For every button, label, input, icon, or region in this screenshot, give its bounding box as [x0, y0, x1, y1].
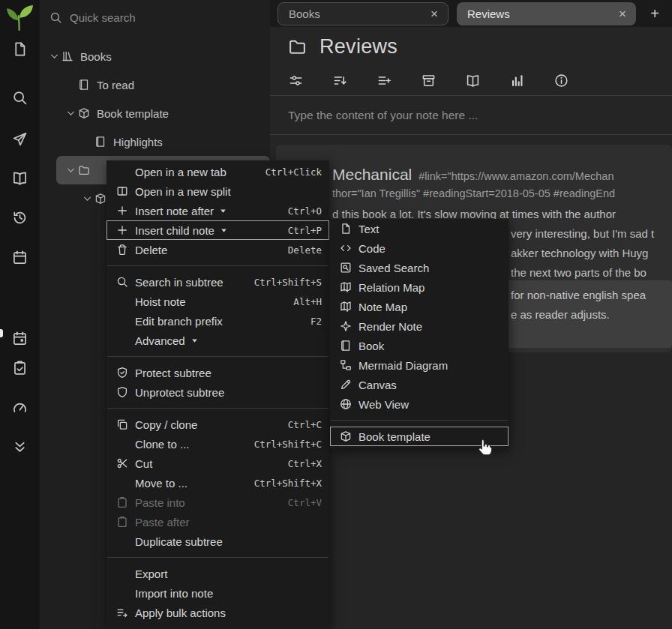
library-icon [62, 50, 74, 62]
sort-down-icon [333, 73, 347, 88]
ribbon-toolbar [270, 66, 672, 96]
context-menu-item-clone-to[interactable]: Clone to ...Ctrl+Shift+C [106, 434, 329, 454]
chevron-down-icon[interactable] [80, 193, 94, 204]
context-menu-item-advanced[interactable]: Advanced [106, 331, 329, 350]
launcher-search-notes-button[interactable] [0, 78, 40, 117]
search-icon [12, 90, 28, 106]
plus-icon [116, 224, 128, 236]
type-menu-item-book-template[interactable]: Book template [330, 427, 508, 446]
launcher-calendar-button[interactable] [0, 238, 40, 277]
book-card-title[interactable]: Mechanical [332, 166, 412, 184]
menu-item-shortcut: Ctrl+Click [266, 166, 322, 178]
menu-item-label: Note Map [358, 301, 407, 313]
quick-search-placeholder: Quick search [70, 11, 136, 24]
type-menu-item-render-note[interactable]: Render Note [330, 316, 508, 336]
context-menu-item-unprotect-subtree[interactable]: Unprotect subtree [106, 382, 329, 402]
calendar-icon [12, 250, 28, 265]
type-menu-item-relation-map[interactable]: Relation Map [330, 277, 508, 297]
launcher-open-book-button[interactable] [0, 158, 40, 197]
context-menu-item-cut[interactable]: CutCtrl+X [106, 454, 329, 473]
ribbon-sliders-button[interactable] [282, 70, 309, 92]
context-menu-item-open-in-a-new-tab[interactable]: Open in a new tabCtrl+Click [106, 162, 329, 181]
new-tab-button[interactable]: + [645, 2, 664, 25]
context-menu-item-search-in-subtree[interactable]: Search in subtreeCtrl+Shift+S [106, 272, 329, 292]
tree-context-menu: Open in a new tabCtrl+ClickOpen in a new… [106, 160, 329, 629]
menu-item-label: Render Note [358, 320, 422, 333]
context-menu-item-import-into-note[interactable]: Import into note [106, 583, 329, 603]
context-menu-item-paste-into[interactable]: Paste intoCtrl+V [106, 493, 329, 512]
chevron-down-icon[interactable] [46, 51, 62, 61]
context-menu-item-copy-clone[interactable]: Copy / cloneCtrl+C [106, 415, 329, 434]
menu-item-label: Duplicate subtree [135, 535, 223, 548]
launcher-bar [0, 0, 40, 629]
context-menu-item-apply-bulk-actions[interactable]: Apply bulk actions [106, 603, 329, 622]
menu-item-label: Open in a new split [135, 185, 231, 198]
package-icon [94, 193, 106, 205]
context-menu-item-protect-subtree[interactable]: Protect subtree [106, 363, 329, 382]
tree-item-book-template[interactable]: Book template [40, 99, 270, 127]
menu-icon-spacer [116, 568, 128, 580]
ribbon-open-book-button[interactable] [459, 70, 486, 92]
saved-search-icon [340, 262, 352, 274]
context-menu-separator [107, 557, 328, 558]
chevron-down-icon [82, 194, 92, 204]
context-menu-item-paste-after[interactable]: Paste after [106, 512, 329, 532]
open-book-icon [466, 73, 480, 88]
menu-item-label: Insert note after [135, 205, 214, 217]
context-menu-item-insert-note-after[interactable]: Insert note afterCtrl+O [106, 201, 329, 220]
tree-item-label: To read [97, 79, 134, 91]
type-menu-item-note-map[interactable]: Note Map [330, 297, 508, 316]
launcher-collapse-tree-button[interactable] [0, 427, 40, 466]
context-menu-item-export[interactable]: Export [106, 564, 329, 583]
type-menu-item-code[interactable]: Code [330, 238, 508, 258]
type-menu-item-mermaid-diagram[interactable]: Mermaid Diagram [330, 355, 508, 375]
context-menu-item-move-to[interactable]: Move to ...Ctrl+Shift+X [106, 473, 329, 493]
chevron-spacer [63, 79, 78, 90]
note-title[interactable]: Reviews [320, 35, 398, 58]
chevron-down-icon[interactable] [63, 165, 78, 175]
code-icon [340, 242, 352, 254]
ribbon-info-button[interactable] [548, 70, 574, 92]
history-icon [12, 210, 28, 226]
launcher-jump-to-note-button[interactable] [0, 119, 40, 158]
ribbon-sort-down-button[interactable] [326, 70, 353, 92]
tab-reviews[interactable]: Reviews× [457, 2, 636, 25]
context-menu-item-duplicate-subtree[interactable]: Duplicate subtree [106, 532, 329, 551]
context-menu-item-insert-child-note[interactable]: Insert child noteCtrl+P [106, 220, 329, 240]
menu-item-label: Canvas [358, 379, 397, 391]
plus-icon [116, 205, 128, 217]
quick-search[interactable]: Quick search [40, 0, 270, 34]
tree-item-books[interactable]: Books [40, 42, 270, 70]
launcher-dashboard-button[interactable] [0, 388, 40, 427]
type-menu-item-text[interactable]: Text [330, 219, 508, 238]
tree-item-to-read[interactable]: To read [40, 70, 270, 99]
type-menu-item-saved-search[interactable]: Saved Search [330, 258, 508, 277]
menu-item-shortcut: Ctrl+Shift+C [254, 439, 322, 450]
type-menu-item-web-view[interactable]: Web View [330, 394, 508, 414]
ribbon-archive-button[interactable] [415, 70, 442, 92]
chevron-down-icon[interactable] [63, 108, 78, 118]
ribbon-list-plus-button[interactable] [370, 70, 398, 92]
menu-item-label: Clone to ... [135, 438, 190, 451]
type-menu-item-book[interactable]: Book [330, 336, 508, 355]
close-icon[interactable]: × [615, 7, 630, 22]
note-content-editor[interactable]: Type the content of your note here ... [270, 96, 672, 135]
tab-books[interactable]: Books× [278, 2, 448, 25]
tab-list: Books×Reviews× [278, 0, 636, 25]
pencil-icon [340, 379, 352, 391]
context-menu-item-delete[interactable]: DeleteDelete [106, 240, 329, 259]
launcher-new-note-button[interactable] [0, 29, 40, 68]
menu-item-label: Web View [358, 398, 409, 411]
ribbon-bar-chart-button[interactable] [503, 70, 530, 92]
quote-line-2: e as reader adjusts. [511, 308, 610, 321]
context-menu-item-open-in-a-new-split[interactable]: Open in a new split [106, 181, 329, 201]
launcher-recent-changes-button[interactable] [0, 198, 40, 237]
menu-item-shortcut: Ctrl+Shift+X [254, 478, 322, 489]
launcher-task-list-button[interactable] [0, 348, 40, 387]
review-quote-box: for non-native english spea e as reader … [502, 280, 672, 348]
close-icon[interactable]: × [427, 7, 442, 22]
type-menu-item-canvas[interactable]: Canvas [330, 375, 508, 394]
context-menu-item-edit-branch-prefix[interactable]: Edit branch prefixF2 [106, 311, 329, 331]
tree-item-highlights[interactable]: Highlights [40, 127, 270, 156]
context-menu-item-hoist-note[interactable]: Hoist noteAlt+H [106, 292, 329, 311]
